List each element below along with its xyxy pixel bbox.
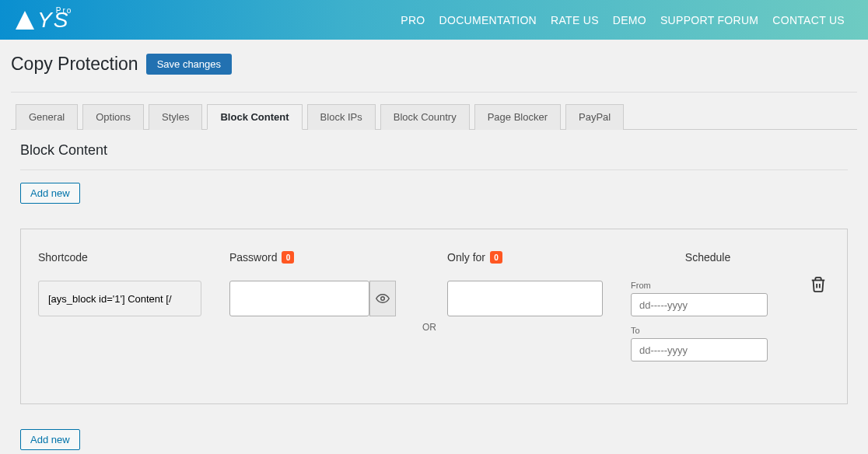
save-changes-button[interactable]: Save changes (146, 54, 232, 75)
trash-icon (810, 276, 827, 293)
section-title: Block Content (20, 142, 857, 159)
shortcode-input[interactable] (38, 281, 201, 316)
only-for-badge: 0 (490, 251, 502, 264)
or-separator: OR (422, 322, 436, 333)
only-for-label-text: Only for (447, 251, 485, 264)
tab-block-country[interactable]: Block Country (380, 104, 470, 130)
schedule-to-label: To (631, 326, 785, 335)
block-row: Shortcode Password 0 OR (20, 229, 848, 404)
schedule-to-input[interactable] (631, 338, 768, 361)
password-input-group (229, 281, 411, 316)
tab-options[interactable]: Options (82, 104, 144, 130)
tab-styles[interactable]: Styles (149, 104, 202, 130)
schedule-from-input[interactable] (631, 293, 768, 316)
tab-general[interactable]: General (16, 104, 78, 130)
delete-row-button[interactable] (810, 276, 827, 293)
tab-block-ips[interactable]: Block IPs (307, 104, 376, 130)
tab-paypal[interactable]: PayPal (565, 104, 624, 130)
schedule-column: Schedule From To (631, 251, 785, 371)
nav-rate-us[interactable]: RATE US (551, 14, 599, 26)
add-new-button-bottom[interactable]: Add new (20, 429, 80, 450)
top-nav: PRO DOCUMENTATION RATE US DEMO SUPPORT F… (401, 14, 845, 26)
only-for-input[interactable] (447, 281, 603, 316)
nav-demo[interactable]: DEMO (613, 14, 646, 26)
nav-contact-us[interactable]: CONTACT US (772, 14, 845, 26)
password-column: Password 0 (229, 251, 411, 316)
tab-page-blocker[interactable]: Page Blocker (474, 104, 561, 130)
tab-bar: General Options Styles Block Content Blo… (11, 93, 857, 130)
schedule-label: Schedule (631, 251, 785, 264)
nav-support-forum[interactable]: SUPPORT FORUM (660, 14, 758, 26)
page-title: Copy Protection (11, 54, 138, 75)
eye-icon (376, 292, 390, 306)
only-for-label: Only for 0 (447, 251, 631, 264)
password-badge: 0 (282, 251, 294, 264)
nav-documentation[interactable]: DOCUMENTATION (439, 14, 537, 26)
add-new-button-top[interactable]: Add new (20, 183, 80, 204)
password-label-text: Password (229, 251, 277, 264)
password-label: Password 0 (229, 251, 411, 264)
title-row: Copy Protection Save changes (11, 54, 857, 75)
logo: YS Pro (16, 8, 69, 33)
shortcode-column: Shortcode (38, 251, 229, 316)
top-banner: YS Pro PRO DOCUMENTATION RATE US DEMO SU… (0, 0, 868, 40)
password-input[interactable] (229, 281, 369, 316)
page-content: Copy Protection Save changes General Opt… (0, 40, 868, 450)
logo-superscript: Pro (56, 6, 73, 15)
toggle-password-visibility-button[interactable] (369, 281, 396, 316)
tab-block-content[interactable]: Block Content (207, 104, 302, 130)
only-for-column: Only for 0 (447, 251, 631, 316)
section-divider (20, 169, 848, 170)
schedule-from-label: From (631, 281, 785, 290)
shortcode-label: Shortcode (38, 251, 229, 264)
svg-point-0 (381, 297, 385, 301)
nav-pro[interactable]: PRO (401, 14, 425, 26)
